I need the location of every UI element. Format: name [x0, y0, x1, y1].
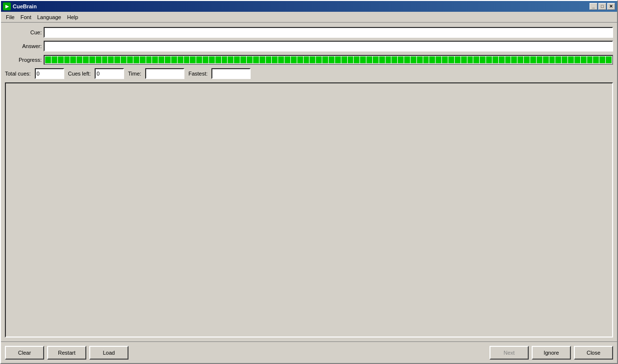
progress-segment: [379, 56, 385, 63]
progress-segment: [146, 56, 152, 63]
time-input[interactable]: [145, 68, 184, 79]
progress-segment: [411, 56, 416, 63]
main-window: ▶ CueBrain _ □ ✕ File Font Language Help…: [0, 0, 618, 364]
progress-segment: [467, 56, 473, 63]
answer-label: Answer:: [5, 43, 42, 49]
cue-row: Cue:: [5, 26, 613, 38]
menu-file[interactable]: File: [3, 13, 18, 21]
progress-segment: [322, 56, 328, 63]
progress-segment: [417, 56, 423, 63]
progress-segment: [442, 56, 448, 63]
right-buttons: Next Ignore Close: [489, 346, 613, 360]
progress-segment: [511, 56, 517, 63]
close-button[interactable]: Close: [574, 346, 613, 360]
progress-segment: [171, 56, 177, 63]
progress-segment: [480, 56, 486, 63]
progress-segment: [114, 56, 120, 63]
progress-segment: [297, 56, 303, 63]
progress-segment: [45, 56, 51, 63]
progress-segment: [574, 56, 580, 63]
progress-segment: [259, 56, 265, 63]
progress-bar: [44, 55, 613, 65]
progress-segment: [593, 56, 599, 63]
progress-segment: [228, 56, 233, 63]
progress-segment: [549, 56, 555, 63]
left-buttons: Clear Restart Load: [5, 346, 489, 360]
minimize-button[interactable]: _: [590, 3, 597, 10]
progress-label: Progress:: [5, 57, 42, 63]
ignore-button[interactable]: Ignore: [532, 346, 571, 360]
menu-help[interactable]: Help: [64, 13, 81, 21]
cues-left-input[interactable]: [95, 68, 124, 79]
cue-label: Cue:: [5, 29, 42, 35]
progress-segment: [366, 56, 372, 63]
progress-row: Progress:: [5, 54, 613, 66]
progress-segment: [309, 56, 315, 63]
progress-segment: [70, 56, 76, 63]
progress-segment: [127, 56, 133, 63]
progress-segment: [133, 56, 139, 63]
close-window-button[interactable]: ✕: [607, 3, 615, 10]
answer-input[interactable]: [44, 41, 613, 52]
progress-segment: [543, 56, 549, 63]
progress-segment: [348, 56, 354, 63]
total-cues-input[interactable]: [35, 68, 64, 79]
cues-left-label: Cues left:: [68, 71, 91, 77]
progress-segment: [83, 56, 89, 63]
progress-segment: [341, 56, 347, 63]
progress-segment: [184, 56, 190, 63]
progress-segment: [606, 56, 612, 63]
progress-segment: [391, 56, 397, 63]
progress-segments: [45, 56, 612, 63]
progress-segment: [423, 56, 429, 63]
stats-row: Total cues: Cues left: Time: Fastest:: [5, 68, 613, 79]
progress-segment: [77, 56, 82, 63]
progress-segment: [196, 56, 202, 63]
progress-segment: [354, 56, 360, 63]
content-area: Cue: Answer: Progress: Total cues: Cues …: [1, 23, 617, 341]
fastest-label: Fastest:: [188, 71, 207, 77]
progress-segment: [461, 56, 467, 63]
button-bar: Clear Restart Load Next Ignore Close: [1, 341, 617, 363]
app-icon: ▶: [3, 2, 11, 10]
progress-segment: [240, 56, 246, 63]
progress-segment: [96, 56, 102, 63]
progress-segment: [190, 56, 196, 63]
progress-segment: [436, 56, 441, 63]
progress-segment: [568, 56, 574, 63]
progress-segment: [360, 56, 366, 63]
progress-segment: [492, 56, 498, 63]
maximize-button[interactable]: □: [598, 3, 606, 10]
progress-segment: [178, 56, 183, 63]
restart-button[interactable]: Restart: [47, 346, 86, 360]
progress-segment: [373, 56, 379, 63]
progress-segment: [587, 56, 593, 63]
progress-segment: [253, 56, 259, 63]
next-button[interactable]: Next: [489, 346, 529, 360]
progress-segment: [386, 56, 391, 63]
fastest-input[interactable]: [211, 68, 251, 79]
progress-segment: [158, 56, 164, 63]
progress-segment: [537, 56, 542, 63]
progress-segment: [165, 56, 171, 63]
progress-segment: [304, 56, 309, 63]
progress-segment: [316, 56, 322, 63]
progress-segment: [448, 56, 454, 63]
menu-font[interactable]: Font: [18, 13, 34, 21]
titlebar-left: ▶ CueBrain: [3, 2, 37, 10]
progress-segment: [102, 56, 108, 63]
progress-segment: [64, 56, 70, 63]
progress-segment: [329, 56, 335, 63]
cue-input[interactable]: [44, 27, 613, 38]
load-button[interactable]: Load: [89, 346, 129, 360]
progress-segment: [562, 56, 567, 63]
progress-segment: [599, 56, 605, 63]
menu-language[interactable]: Language: [34, 13, 64, 21]
progress-segment: [215, 56, 221, 63]
total-cues-label: Total cues:: [5, 71, 31, 77]
progress-segment: [398, 56, 404, 63]
titlebar: ▶ CueBrain _ □ ✕: [1, 1, 617, 12]
progress-segment: [404, 56, 410, 63]
progress-segment: [505, 56, 511, 63]
clear-button[interactable]: Clear: [5, 346, 44, 360]
